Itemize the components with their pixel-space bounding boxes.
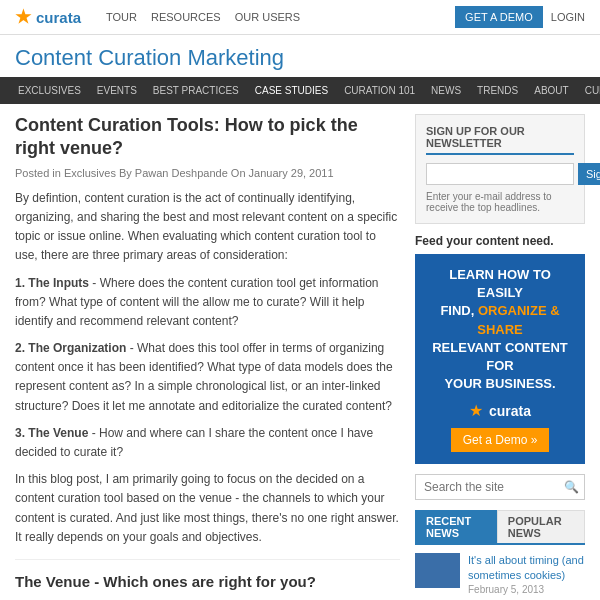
newsletter-title: SIGN UP FOR OUR NEWSLETTER	[426, 125, 574, 155]
article-point-1: 1. The Inputs - Where does the content c…	[15, 274, 400, 332]
nav-exclusives[interactable]: EXCLUSIVES	[10, 77, 89, 104]
article-point-2: 2. The Organization - What does this too…	[15, 339, 400, 416]
ad-line2: FIND, ORGANIZE & SHARE	[440, 303, 559, 336]
point-2-label: 2. The Organization	[15, 341, 126, 355]
news-title-1[interactable]: It's all about timing (and sometimes coo…	[468, 553, 585, 582]
tab-recent-news[interactable]: RECENT NEWS	[415, 510, 497, 543]
nav-resources[interactable]: RESOURCES	[151, 11, 221, 23]
ad-highlight: ORGANIZE & SHARE	[477, 303, 559, 336]
article-meta-text: Posted in Exclusives By Pawan Deshpande …	[15, 167, 334, 179]
sidebar-search: 🔍	[415, 474, 585, 500]
point-1-label: 1. The Inputs	[15, 276, 89, 290]
recent-news-widget: RECENT NEWS POPULAR NEWS It's all about …	[415, 510, 585, 600]
ad-title: LEARN HOW TO EASILY FIND, ORGANIZE & SHA…	[425, 266, 575, 393]
search-input[interactable]	[415, 474, 585, 500]
section-title-1: The Venue - Which ones are right for you…	[15, 559, 400, 594]
news-thumb-1	[415, 553, 460, 588]
nav-case-studies[interactable]: CASE STUDIES	[247, 77, 336, 104]
site-logo[interactable]: ★ curata	[15, 6, 81, 28]
nav-tour[interactable]: TOUR	[106, 11, 137, 23]
point-3-label: 3. The Venue	[15, 426, 88, 440]
feed-title: Feed your content need.	[415, 234, 585, 248]
ad-logo-area: ★ curata	[425, 401, 575, 420]
ad-line1: LEARN HOW TO EASILY	[449, 267, 551, 300]
nav-events[interactable]: EVENTS	[89, 77, 145, 104]
nav-best-practices[interactable]: BEST PRACTICES	[145, 77, 247, 104]
article-meta: Posted in Exclusives By Pawan Deshpande …	[15, 167, 400, 179]
top-navigation: ★ curata TOUR RESOURCES OUR USERS GET A …	[0, 0, 600, 35]
article-point-3: 3. The Venue - How and where can I share…	[15, 424, 400, 462]
search-icon: 🔍	[564, 480, 579, 494]
ad-demo-button[interactable]: Get a Demo »	[451, 428, 550, 452]
logo-star-icon: ★	[15, 6, 31, 28]
nav-curation-101[interactable]: CURATION 101	[336, 77, 423, 104]
news-tabs: RECENT NEWS POPULAR NEWS	[415, 510, 585, 545]
top-nav-right: GET A DEMO LOGIN	[455, 6, 585, 28]
news-item-1: It's all about timing (and sometimes coo…	[415, 553, 585, 595]
site-title: Content Curation Marketing	[15, 45, 585, 71]
newsletter-widget: SIGN UP FOR OUR NEWSLETTER Sign Up Enter…	[415, 114, 585, 224]
ad-logo-star-icon: ★	[469, 401, 483, 420]
newsletter-form: Sign Up	[426, 163, 574, 185]
nav-news[interactable]: NEWS	[423, 77, 469, 104]
news-info-1: It's all about timing (and sometimes coo…	[468, 553, 585, 595]
article-body: By defintion, content curation is the ac…	[15, 189, 400, 600]
newsletter-email-input[interactable]	[426, 163, 574, 185]
site-title-area: Content Curation Marketing	[0, 35, 600, 77]
newsletter-signup-button[interactable]: Sign Up	[578, 163, 600, 185]
sidebar-ad: LEARN HOW TO EASILY FIND, ORGANIZE & SHA…	[415, 254, 585, 464]
newsletter-description: Enter your e-mail address to receive the…	[426, 191, 574, 213]
article-title: Content Curation Tools: How to pick the …	[15, 114, 400, 161]
article-body-text: In this blog post, I am primarily going …	[15, 470, 400, 547]
get-demo-button[interactable]: GET A DEMO	[455, 6, 543, 28]
content-wrapper: Content Curation Tools: How to pick the …	[0, 104, 600, 600]
ad-line3: RELEVANT CONTENT FOR	[432, 340, 568, 373]
nav-curata[interactable]: CURATA	[577, 77, 600, 104]
login-button[interactable]: LOGIN	[551, 11, 585, 23]
nav-about[interactable]: ABOUT	[526, 77, 576, 104]
nav-our-users[interactable]: OUR USERS	[235, 11, 300, 23]
nav-trends[interactable]: TRENDS	[469, 77, 526, 104]
article-intro: By defintion, content curation is the ac…	[15, 189, 400, 266]
top-nav-links: TOUR RESOURCES OUR USERS	[106, 11, 300, 23]
logo-text: curata	[36, 9, 81, 26]
news-date-1: February 5, 2013	[468, 584, 585, 595]
ad-logo-text: curata	[489, 403, 531, 419]
main-navigation: EXCLUSIVES EVENTS BEST PRACTICES CASE ST…	[0, 77, 600, 104]
main-content: Content Curation Tools: How to pick the …	[15, 114, 415, 600]
sidebar: SIGN UP FOR OUR NEWSLETTER Sign Up Enter…	[415, 114, 585, 600]
ad-line4: YOUR BUSINESS.	[444, 376, 555, 391]
tab-popular-news[interactable]: POPULAR NEWS	[497, 510, 585, 543]
